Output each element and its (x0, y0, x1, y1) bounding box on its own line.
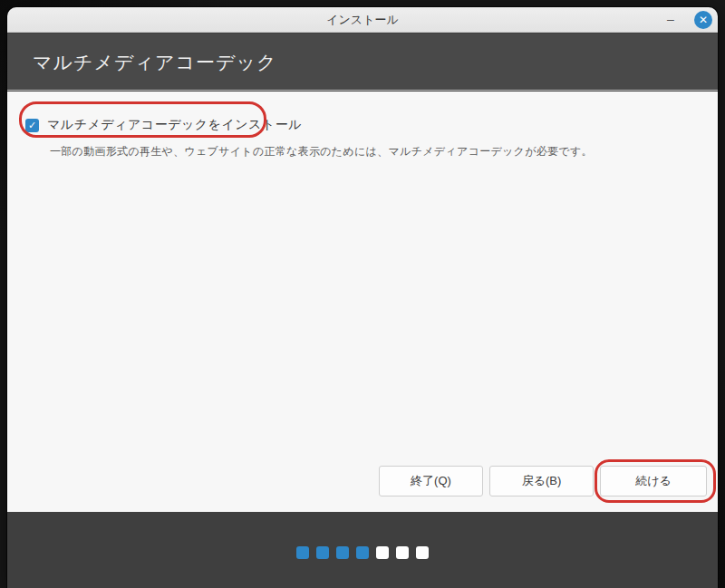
continue-button[interactable]: 続ける (600, 466, 707, 496)
progress-dots (7, 546, 718, 559)
window-title: インストール (7, 7, 718, 33)
content-area: ✓ マルチメディアコーデックをインストール 一部の動画形式の再生や、ウェブサイト… (7, 92, 718, 512)
codecs-description: 一部の動画形式の再生や、ウェブサイトの正常な表示のためには、マルチメディアコーデ… (50, 144, 593, 159)
progress-dot-2 (316, 546, 329, 559)
desktop-background: インストール – ✕ マルチメディアコーデック ✓ マルチメディアコーデックをイ… (0, 0, 725, 588)
minimize-button[interactable]: – (660, 7, 682, 33)
titlebar[interactable]: インストール – ✕ (7, 7, 718, 33)
progress-dot-6 (396, 546, 409, 559)
codecs-checkbox-label[interactable]: マルチメディアコーデックをインストール (47, 117, 302, 133)
checkbox-checked-icon[interactable]: ✓ (25, 119, 39, 132)
progress-dot-1 (296, 546, 309, 559)
quit-button[interactable]: 終了(Q) (379, 466, 483, 496)
page-header: マルチメディアコーデック (7, 34, 718, 91)
progress-dot-7 (416, 546, 429, 559)
codecs-checkbox-row[interactable]: ✓ マルチメディアコーデックをインストール (25, 117, 302, 133)
page-title: マルチメディアコーデック (33, 50, 276, 75)
back-button[interactable]: 戻る(B) (489, 466, 594, 496)
progress-dot-4 (356, 546, 369, 559)
progress-dot-3 (336, 546, 349, 559)
bottom-band (7, 512, 718, 588)
wizard-button-row: 終了(Q) 戻る(B) 続ける (379, 466, 707, 496)
installer-window: インストール – ✕ マルチメディアコーデック ✓ マルチメディアコーデックをイ… (7, 7, 718, 588)
progress-dot-5 (376, 546, 389, 559)
close-button[interactable]: ✕ (694, 11, 712, 29)
